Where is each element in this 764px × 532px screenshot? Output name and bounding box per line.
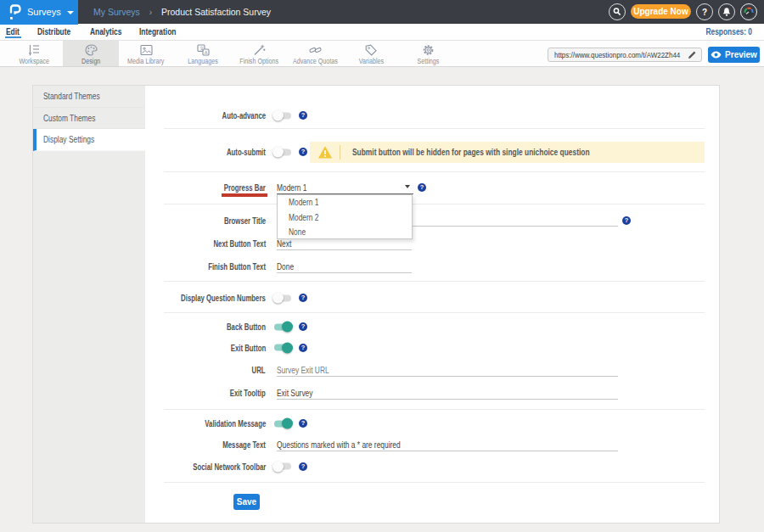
auto-advance-label: Auto-advance: [95, 111, 266, 120]
progress-bar-dropdown: Modern 1 Modern 2 None: [277, 194, 413, 239]
social-network-toolbar-label: Social Network Toolbar: [95, 462, 266, 471]
product-switcher[interactable]: Surveys: [0, 0, 78, 25]
toolbar-item-languages[interactable]: 文A Languages: [175, 41, 231, 66]
display-question-numbers-label: Display Question Numbers: [95, 294, 266, 303]
media-library-icon: [118, 43, 174, 57]
responses-count[interactable]: Responses: 0: [697, 24, 752, 40]
annotation-red-underline: [222, 193, 267, 197]
url-input[interactable]: Survey Exit URL: [277, 366, 339, 375]
questionpro-logo-icon: [8, 3, 22, 21]
auto-advance-help-icon[interactable]: ?: [299, 111, 307, 120]
warning-triangle-icon: [317, 145, 333, 160]
browser-title-label: Browser Title: [95, 216, 266, 226]
browser-title-help-icon[interactable]: ?: [622, 216, 631, 225]
toolbar-item-workspace[interactable]: Workspace: [6, 41, 62, 66]
back-button-toggle[interactable]: [272, 322, 293, 333]
dropdown-option-none[interactable]: None: [278, 225, 412, 240]
validation-message-toggle[interactable]: [272, 418, 293, 429]
search-icon[interactable]: [609, 3, 626, 20]
select-caret-icon[interactable]: [405, 185, 410, 188]
exit-tooltip-input[interactable]: Exit Survey: [277, 388, 320, 397]
menu-item-distribute[interactable]: Distribute: [37, 24, 77, 40]
next-button-text-underline: [277, 249, 412, 250]
finish-button-text-input[interactable]: Done: [277, 262, 297, 272]
next-button-text-label: Next Button Text: [95, 239, 266, 249]
social-network-toolbar-toggle[interactable]: [272, 461, 293, 472]
display-question-numbers-toggle[interactable]: [272, 293, 293, 304]
sidebar-item-standard-themes[interactable]: Standard Themes: [33, 86, 145, 108]
auto-submit-toggle[interactable]: [272, 147, 293, 158]
upgrade-now-button[interactable]: Upgrade Now: [631, 4, 691, 19]
top-navigation-bar: Surveys My Surveys › Product Satisfactio…: [0, 0, 764, 24]
row-divider: [164, 281, 705, 282]
message-text-underline: [277, 451, 618, 451]
validation-message-label: Validation Message: [95, 419, 266, 428]
row-divider: [164, 312, 705, 313]
breadcrumb: My Surveys › Product Satisfaction Survey: [93, 0, 271, 24]
toolbar-item-design[interactable]: Design: [63, 41, 119, 66]
save-button[interactable]: Save: [233, 494, 260, 510]
row-divider: [164, 128, 705, 129]
back-button-help-icon[interactable]: ?: [299, 322, 307, 331]
auto-submit-warning: Submit button will be hidden for pages w…: [310, 142, 705, 163]
toolbar-item-variables[interactable]: Variables: [343, 41, 399, 66]
toolbar-item-settings[interactable]: Settings: [400, 41, 456, 66]
breadcrumb-separator-icon: ›: [149, 8, 152, 17]
url-underline: [277, 376, 618, 377]
toolbar-item-media-library[interactable]: Media Library: [118, 41, 174, 66]
row-divider: [164, 482, 705, 483]
toolbar-item-finish-options[interactable]: Finish Options: [231, 41, 287, 66]
finish-button-text-underline: [277, 272, 412, 273]
warning-separator: [340, 145, 340, 160]
menu-item-analytics[interactable]: Analytics: [90, 24, 127, 40]
exit-tooltip-label: Exit Tooltip: [95, 388, 266, 397]
back-button-label: Back Button: [95, 322, 266, 332]
preview-button[interactable]: Preview: [708, 47, 760, 63]
progress-bar-select[interactable]: Modern 1: [277, 183, 312, 193]
workspace-icon: [6, 43, 62, 57]
exit-button-help-icon[interactable]: ?: [299, 344, 307, 352]
usage-gauge-icon[interactable]: [740, 3, 757, 20]
advance-quotas-chain-icon: [287, 43, 343, 57]
design-palette-icon: [63, 43, 119, 57]
notifications-bell-icon[interactable]: [718, 3, 735, 20]
breadcrumb-my-surveys[interactable]: My Surveys: [93, 7, 140, 17]
active-menu-underline: [5, 36, 21, 38]
validation-message-help-icon[interactable]: ?: [299, 419, 307, 428]
exit-button-label: Exit Button: [95, 343, 266, 352]
breadcrumb-survey-title: Product Satisfaction Survey: [161, 7, 271, 17]
progress-bar-help-icon[interactable]: ?: [418, 183, 426, 192]
settings-gear-icon: [400, 43, 456, 57]
auto-submit-help-icon[interactable]: ?: [299, 148, 307, 156]
message-text-input[interactable]: Questions marked with a * are required: [277, 440, 424, 450]
survey-menu-bar: Edit Distribute Analytics Integration Re…: [0, 24, 764, 41]
edit-url-pencil-icon[interactable]: [687, 50, 697, 60]
display-question-numbers-help-icon[interactable]: ?: [299, 294, 307, 302]
toolbar-item-advance-quotas[interactable]: Advance Quotas: [287, 41, 343, 66]
variables-tag-icon: [343, 43, 399, 57]
finish-button-text-label: Finish Button Text: [95, 262, 266, 272]
auto-advance-toggle[interactable]: [272, 110, 293, 121]
social-network-toolbar-help-icon[interactable]: ?: [299, 462, 307, 471]
help-icon[interactable]: ?: [696, 3, 713, 20]
menu-item-integration[interactable]: Integration: [139, 24, 183, 40]
survey-url-field[interactable]: https://www.questionpro.com/t/AW22Zh44: [548, 48, 702, 62]
url-label: URL: [95, 366, 266, 375]
dropdown-option-modern-1[interactable]: Modern 1: [278, 195, 412, 210]
next-button-text-input[interactable]: Next: [277, 239, 295, 249]
exit-button-toggle[interactable]: [272, 342, 293, 353]
row-divider: [164, 171, 705, 172]
eye-icon: [711, 51, 722, 59]
questionpro-app: Surveys My Surveys › Product Satisfactio…: [0, 0, 764, 532]
auto-submit-label: Auto-submit: [95, 148, 266, 157]
message-text-label: Message Text: [95, 440, 266, 450]
product-name: Surveys: [27, 0, 61, 24]
languages-icon: 文A: [175, 43, 231, 57]
exit-tooltip-underline: [277, 399, 618, 400]
svg-text:A: A: [204, 50, 207, 55]
row-divider: [164, 409, 705, 410]
row-divider: [164, 204, 705, 204]
survey-url-text: https://www.questionpro.com/t/AW22Zh44: [554, 50, 680, 59]
dropdown-option-modern-2[interactable]: Modern 2: [278, 210, 412, 226]
design-toolbar: Workspace Design Media Library 文A Langua…: [0, 41, 764, 67]
